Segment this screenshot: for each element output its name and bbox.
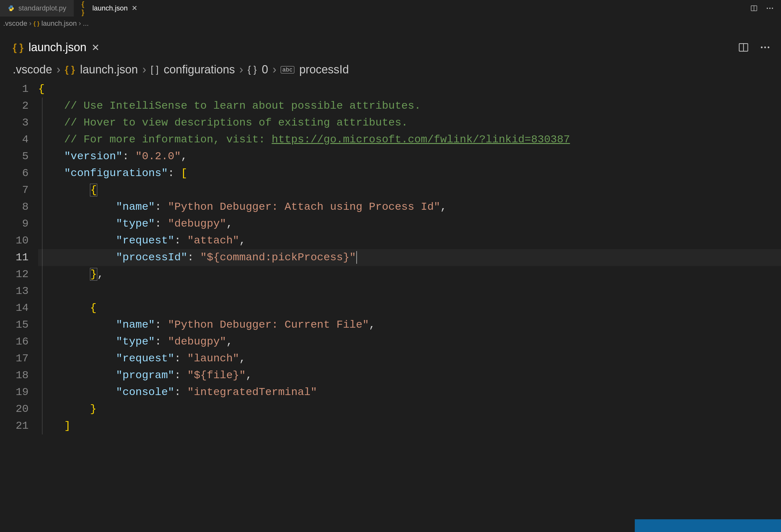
line-number: 9: [0, 215, 29, 232]
editor-actions: [109, 40, 781, 54]
line-number: 11: [0, 249, 29, 266]
more-actions-icon[interactable]: [765, 3, 775, 13]
breadcrumb-segment[interactable]: 0: [261, 63, 268, 76]
line-number: 19: [0, 384, 29, 401]
close-icon[interactable]: ✕: [91, 42, 99, 53]
line-number: 16: [0, 333, 29, 350]
json-file-icon: { }: [81, 5, 88, 12]
chevron-right-icon: ›: [141, 63, 148, 76]
svg-point-0: [10, 6, 10, 6]
main-breadcrumb: .vscode › { } launch.json › [ ] configur…: [0, 58, 781, 79]
object-icon: { }: [248, 64, 256, 75]
line-number-gutter: 123456789101112131415161718192021: [0, 81, 38, 435]
breadcrumb-segment[interactable]: ...: [83, 19, 89, 28]
chevron-right-icon: ›: [55, 63, 61, 76]
svg-point-10: [764, 46, 766, 48]
line-number: 2: [0, 97, 29, 114]
split-editor-icon[interactable]: [737, 40, 750, 54]
line-number: 3: [0, 114, 29, 131]
bottom-blue-strip: [635, 519, 781, 532]
json-file-icon: { }: [33, 21, 39, 27]
breadcrumb-segment[interactable]: launch.json: [41, 19, 77, 28]
tab-bar-actions: [145, 0, 781, 16]
string-icon: abc: [281, 66, 294, 73]
array-icon: [ ]: [151, 64, 159, 75]
line-number: 8: [0, 199, 29, 215]
line-number: 13: [0, 283, 29, 300]
svg-point-4: [767, 8, 768, 9]
line-number: 12: [0, 266, 29, 283]
line-number: 1: [0, 81, 29, 97]
python-file-icon: [8, 5, 15, 12]
svg-point-6: [772, 8, 773, 9]
mini-breadcrumb: .vscode › { } launch.json › ...: [0, 16, 781, 31]
breadcrumb-segment[interactable]: configurations: [164, 63, 235, 76]
line-number: 6: [0, 165, 29, 182]
svg-point-5: [769, 8, 771, 9]
line-number: 18: [0, 367, 29, 384]
chevron-right-icon: ›: [79, 19, 81, 28]
breadcrumb-segment[interactable]: launch.json: [80, 63, 138, 76]
svg-point-9: [761, 46, 763, 48]
tab-launch-json[interactable]: { } launch.json ✕: [74, 0, 145, 16]
line-number: 10: [0, 232, 29, 249]
line-number: 15: [0, 317, 29, 333]
chevron-right-icon: ›: [29, 19, 32, 28]
editor-tab-label: launch.json: [29, 41, 86, 54]
editor-tab-launch-json[interactable]: { } launch.json ✕: [0, 37, 109, 58]
editor-tabs-area: { } launch.json ✕ .vscode › { } launch.j…: [0, 31, 781, 435]
breadcrumb-segment[interactable]: processId: [299, 63, 349, 76]
json-file-icon: { }: [13, 42, 24, 53]
chevron-right-icon: ›: [271, 63, 278, 76]
line-number: 17: [0, 350, 29, 367]
close-icon[interactable]: ✕: [132, 4, 137, 12]
line-number: 4: [0, 131, 29, 148]
line-number: 20: [0, 401, 29, 418]
svg-point-11: [768, 46, 769, 48]
chevron-right-icon: ›: [238, 63, 244, 76]
split-editor-icon[interactable]: [749, 3, 759, 13]
more-actions-icon[interactable]: [758, 40, 772, 54]
tab-label: standardplot.py: [18, 4, 66, 12]
code-editor[interactable]: 123456789101112131415161718192021 { // U…: [0, 79, 781, 435]
line-number: 14: [0, 300, 29, 317]
code-content[interactable]: { // Use IntelliSense to learn about pos…: [38, 81, 781, 435]
text-cursor: [356, 251, 357, 264]
breadcrumb-segment[interactable]: .vscode: [3, 19, 27, 28]
tab-label: launch.json: [92, 4, 127, 12]
tab-standardplot[interactable]: standardplot.py: [0, 0, 74, 16]
json-file-icon: { }: [65, 64, 75, 75]
line-number: 5: [0, 148, 29, 165]
line-number: 7: [0, 182, 29, 199]
top-tab-bar: standardplot.py { } launch.json ✕: [0, 0, 781, 16]
line-number: 21: [0, 418, 29, 435]
svg-point-1: [12, 10, 12, 10]
breadcrumb-segment[interactable]: .vscode: [13, 63, 52, 76]
